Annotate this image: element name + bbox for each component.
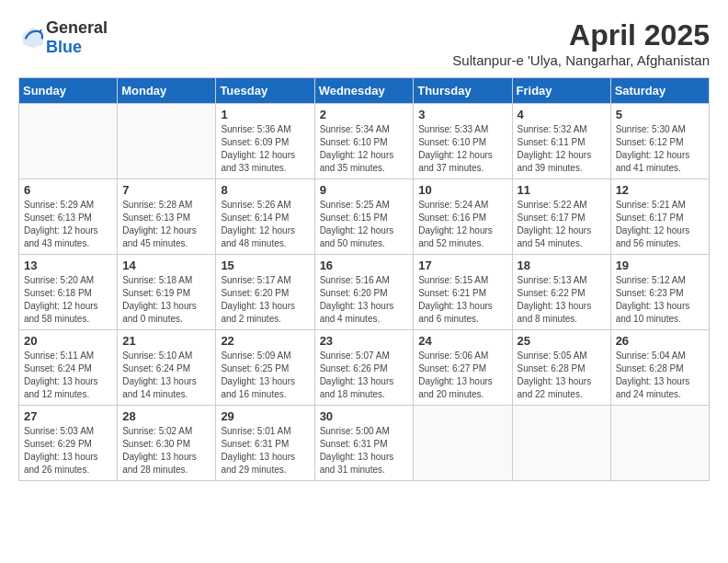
day-number: 4 xyxy=(518,108,606,121)
day-number: 25 xyxy=(518,334,606,348)
calendar-cell: 21Sunrise: 5:10 AM Sunset: 6:24 PM Dayli… xyxy=(118,330,216,406)
weekday-header-sunday: Sunday xyxy=(19,78,118,104)
day-info: Sunrise: 5:12 AM Sunset: 6:23 PM Dayligh… xyxy=(616,274,704,326)
calendar-table: SundayMondayTuesdayWednesdayThursdayFrid… xyxy=(18,77,710,481)
day-info: Sunrise: 5:34 AM Sunset: 6:10 PM Dayligh… xyxy=(320,123,409,175)
calendar-cell: 27Sunrise: 5:03 AM Sunset: 6:29 PM Dayli… xyxy=(19,406,118,481)
day-number: 17 xyxy=(418,259,506,272)
day-info: Sunrise: 5:15 AM Sunset: 6:21 PM Dayligh… xyxy=(418,274,506,326)
calendar-cell: 2Sunrise: 5:34 AM Sunset: 6:10 PM Daylig… xyxy=(314,104,414,179)
calendar-cell: 17Sunrise: 5:15 AM Sunset: 6:21 PM Dayli… xyxy=(414,255,512,330)
calendar-title: April 2025 xyxy=(452,18,710,52)
week-row-2: 6Sunrise: 5:29 AM Sunset: 6:13 PM Daylig… xyxy=(19,179,710,255)
day-number: 21 xyxy=(122,334,210,348)
calendar-cell: 14Sunrise: 5:18 AM Sunset: 6:19 PM Dayli… xyxy=(118,255,216,330)
day-info: Sunrise: 5:05 AM Sunset: 6:28 PM Dayligh… xyxy=(518,350,606,401)
day-info: Sunrise: 5:02 AM Sunset: 6:30 PM Dayligh… xyxy=(122,425,210,477)
day-info: Sunrise: 5:07 AM Sunset: 6:26 PM Dayligh… xyxy=(320,350,409,401)
weekday-header-friday: Friday xyxy=(512,78,610,104)
logo-blue-text: Blue xyxy=(46,38,82,56)
calendar-cell: 1Sunrise: 5:36 AM Sunset: 6:09 PM Daylig… xyxy=(216,104,314,179)
calendar-cell: 30Sunrise: 5:00 AM Sunset: 6:31 PM Dayli… xyxy=(314,406,414,481)
day-number: 9 xyxy=(320,183,409,197)
week-row-5: 27Sunrise: 5:03 AM Sunset: 6:29 PM Dayli… xyxy=(19,406,710,481)
day-info: Sunrise: 5:28 AM Sunset: 6:13 PM Dayligh… xyxy=(122,199,210,250)
calendar-cell: 11Sunrise: 5:22 AM Sunset: 6:17 PM Dayli… xyxy=(512,179,610,255)
day-info: Sunrise: 5:01 AM Sunset: 6:31 PM Dayligh… xyxy=(221,425,309,477)
day-info: Sunrise: 5:20 AM Sunset: 6:18 PM Dayligh… xyxy=(24,274,112,326)
logo-icon xyxy=(20,25,46,51)
calendar-cell: 29Sunrise: 5:01 AM Sunset: 6:31 PM Dayli… xyxy=(216,406,314,481)
weekday-header-wednesday: Wednesday xyxy=(314,78,414,104)
day-number: 2 xyxy=(320,108,409,121)
day-info: Sunrise: 5:13 AM Sunset: 6:22 PM Dayligh… xyxy=(518,274,606,326)
calendar-cell: 22Sunrise: 5:09 AM Sunset: 6:25 PM Dayli… xyxy=(216,330,314,406)
week-row-1: 1Sunrise: 5:36 AM Sunset: 6:09 PM Daylig… xyxy=(19,104,710,179)
day-info: Sunrise: 5:00 AM Sunset: 6:31 PM Dayligh… xyxy=(320,425,409,477)
calendar-cell: 18Sunrise: 5:13 AM Sunset: 6:22 PM Dayli… xyxy=(512,255,610,330)
day-info: Sunrise: 5:21 AM Sunset: 6:17 PM Dayligh… xyxy=(616,199,704,250)
day-number: 22 xyxy=(221,334,309,348)
day-number: 5 xyxy=(616,108,704,121)
day-number: 18 xyxy=(518,259,606,272)
day-info: Sunrise: 5:18 AM Sunset: 6:19 PM Dayligh… xyxy=(122,274,210,326)
day-info: Sunrise: 5:26 AM Sunset: 6:14 PM Dayligh… xyxy=(221,199,309,250)
calendar-cell xyxy=(512,406,610,481)
day-number: 13 xyxy=(24,259,112,272)
day-info: Sunrise: 5:17 AM Sunset: 6:20 PM Dayligh… xyxy=(221,274,309,326)
day-number: 14 xyxy=(122,259,210,272)
day-info: Sunrise: 5:03 AM Sunset: 6:29 PM Dayligh… xyxy=(24,425,112,477)
weekday-header-monday: Monday xyxy=(118,78,216,104)
calendar-subtitle: Sultanpur-e 'Ulya, Nangarhar, Afghanista… xyxy=(452,52,710,68)
day-number: 1 xyxy=(221,108,309,121)
day-info: Sunrise: 5:22 AM Sunset: 6:17 PM Dayligh… xyxy=(518,199,606,250)
calendar-cell: 15Sunrise: 5:17 AM Sunset: 6:20 PM Dayli… xyxy=(216,255,314,330)
day-number: 20 xyxy=(24,334,112,348)
day-number: 10 xyxy=(418,183,506,197)
day-info: Sunrise: 5:32 AM Sunset: 6:11 PM Dayligh… xyxy=(518,123,606,175)
logo: General Blue xyxy=(18,18,108,57)
day-number: 7 xyxy=(122,183,210,197)
day-number: 26 xyxy=(616,334,704,348)
day-number: 12 xyxy=(616,183,704,197)
day-info: Sunrise: 5:24 AM Sunset: 6:16 PM Dayligh… xyxy=(418,199,506,250)
calendar-cell xyxy=(610,406,709,481)
day-number: 27 xyxy=(24,409,112,423)
calendar-cell: 24Sunrise: 5:06 AM Sunset: 6:27 PM Dayli… xyxy=(414,330,512,406)
calendar-cell: 6Sunrise: 5:29 AM Sunset: 6:13 PM Daylig… xyxy=(19,179,118,255)
title-block: April 2025 Sultanpur-e 'Ulya, Nangarhar,… xyxy=(452,18,710,68)
day-number: 24 xyxy=(418,334,506,348)
weekday-header-tuesday: Tuesday xyxy=(216,78,314,104)
calendar-cell: 16Sunrise: 5:16 AM Sunset: 6:20 PM Dayli… xyxy=(314,255,414,330)
day-number: 3 xyxy=(418,108,506,121)
calendar-cell: 20Sunrise: 5:11 AM Sunset: 6:24 PM Dayli… xyxy=(19,330,118,406)
day-number: 11 xyxy=(518,183,606,197)
day-info: Sunrise: 5:11 AM Sunset: 6:24 PM Dayligh… xyxy=(24,350,112,401)
calendar-cell: 3Sunrise: 5:33 AM Sunset: 6:10 PM Daylig… xyxy=(414,104,512,179)
page-header: General Blue April 2025 Sultanpur-e 'Uly… xyxy=(18,18,710,68)
day-info: Sunrise: 5:25 AM Sunset: 6:15 PM Dayligh… xyxy=(320,199,409,250)
day-info: Sunrise: 5:29 AM Sunset: 6:13 PM Dayligh… xyxy=(24,199,112,250)
calendar-cell: 25Sunrise: 5:05 AM Sunset: 6:28 PM Dayli… xyxy=(512,330,610,406)
day-number: 16 xyxy=(320,259,409,272)
day-number: 19 xyxy=(616,259,704,272)
day-number: 8 xyxy=(221,183,309,197)
day-info: Sunrise: 5:36 AM Sunset: 6:09 PM Dayligh… xyxy=(221,123,309,175)
day-number: 28 xyxy=(122,409,210,423)
day-info: Sunrise: 5:10 AM Sunset: 6:24 PM Dayligh… xyxy=(122,350,210,401)
calendar-cell: 13Sunrise: 5:20 AM Sunset: 6:18 PM Dayli… xyxy=(19,255,118,330)
calendar-cell xyxy=(414,406,512,481)
weekday-header-thursday: Thursday xyxy=(414,78,512,104)
logo-general-text: General xyxy=(46,18,108,37)
calendar-cell: 7Sunrise: 5:28 AM Sunset: 6:13 PM Daylig… xyxy=(118,179,216,255)
calendar-cell xyxy=(118,104,216,179)
day-info: Sunrise: 5:09 AM Sunset: 6:25 PM Dayligh… xyxy=(221,350,309,401)
calendar-cell: 12Sunrise: 5:21 AM Sunset: 6:17 PM Dayli… xyxy=(610,179,709,255)
calendar-cell: 8Sunrise: 5:26 AM Sunset: 6:14 PM Daylig… xyxy=(216,179,314,255)
day-info: Sunrise: 5:33 AM Sunset: 6:10 PM Dayligh… xyxy=(418,123,506,175)
calendar-cell: 23Sunrise: 5:07 AM Sunset: 6:26 PM Dayli… xyxy=(314,330,414,406)
calendar-cell xyxy=(19,104,118,179)
calendar-cell: 4Sunrise: 5:32 AM Sunset: 6:11 PM Daylig… xyxy=(512,104,610,179)
week-row-4: 20Sunrise: 5:11 AM Sunset: 6:24 PM Dayli… xyxy=(19,330,710,406)
day-number: 29 xyxy=(221,409,309,423)
